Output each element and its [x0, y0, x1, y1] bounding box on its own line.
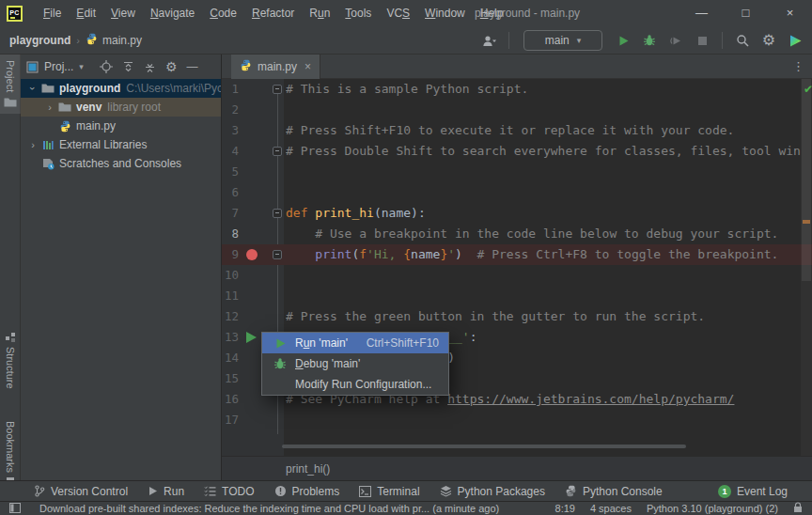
help-url-link[interactable]: https://www.jetbrains.com/help/pycharm/ — [447, 392, 734, 406]
menu-item-modify-run-configuration-[interactable]: Modify Run Configuration... — [262, 374, 448, 395]
run-gutter-icon[interactable] — [246, 332, 257, 343]
tree-item-playground[interactable]: ›playgroundC:\Users\marki\Pych — [21, 79, 221, 98]
structure-icon — [6, 333, 15, 342]
run-configuration-select[interactable]: main▾ — [523, 30, 602, 51]
tree-item-scratches-and-consoles[interactable]: Scratches and Consoles — [21, 154, 221, 173]
stripe-button-structure[interactable]: Structure — [0, 327, 21, 395]
user-button[interactable] — [477, 30, 500, 51]
warning-stripe-mark[interactable] — [803, 220, 810, 224]
chevron-right-icon[interactable]: › — [43, 101, 56, 113]
hide-panel-icon[interactable]: — — [186, 60, 197, 73]
vertical-scrollbar[interactable] — [802, 79, 811, 281]
code-line-1[interactable]: 1# This is a sample Python script. — [222, 79, 812, 100]
collapse-all-icon[interactable] — [144, 61, 156, 73]
tab-close-icon[interactable]: × — [304, 60, 311, 73]
expand-all-icon[interactable] — [122, 61, 134, 73]
main-toolbar: playground › main.py main▾⚙ — [0, 26, 812, 55]
code-text: # Press Double Shift to search everywher… — [286, 141, 801, 162]
menu-window[interactable]: Window — [417, 0, 473, 26]
lock-icon[interactable] — [793, 502, 803, 515]
stop-button[interactable] — [691, 30, 713, 51]
chevron-down-icon[interactable]: › — [27, 82, 39, 95]
gear-icon[interactable]: ⚙ — [165, 60, 178, 73]
menu-tools[interactable]: Tools — [337, 0, 379, 26]
menu-item-debug-main-[interactable]: Debug 'main' — [262, 353, 448, 374]
fold-marker-icon[interactable] — [273, 209, 282, 218]
toolwindow-button-python-console[interactable]: Python Console — [565, 485, 663, 498]
inspections-ok-icon[interactable]: ✔ — [804, 83, 812, 96]
menu-run[interactable]: Run — [302, 0, 337, 26]
code-line-2[interactable]: 2 — [222, 100, 812, 120]
tree-item-main-py[interactable]: main.py — [21, 117, 221, 135]
toolwindow-button-problems[interactable]: Problems — [274, 485, 340, 498]
close-button[interactable]: × — [768, 0, 812, 26]
indent-setting[interactable]: 4 spaces — [590, 503, 632, 514]
code-editor[interactable]: 1# This is a sample Python script.23# Pr… — [222, 79, 812, 456]
code-line-4[interactable]: 4# Press Double Shift to search everywhe… — [222, 141, 812, 162]
tree-item-label: main.py — [76, 119, 116, 133]
menu-navigate[interactable]: Navigate — [143, 0, 202, 26]
python-icon — [59, 120, 71, 133]
learn-icon — [789, 34, 803, 48]
stripe-button-project[interactable]: Project — [0, 55, 21, 114]
breadcrumb-file[interactable]: main.py — [86, 33, 142, 48]
minimize-button[interactable]: — — [679, 0, 724, 26]
code-line-12[interactable]: 12# Press the green button in the gutter… — [222, 306, 812, 327]
code-line-11[interactable]: 11 — [222, 286, 812, 306]
breakpoint-icon[interactable] — [246, 249, 258, 260]
caret-position[interactable]: 8:19 — [555, 503, 575, 514]
menu-code[interactable]: Code — [202, 0, 244, 26]
debug-button[interactable] — [638, 30, 661, 51]
python-interpreter[interactable]: Python 3.10 (playground) (2) — [647, 503, 778, 514]
status-message[interactable]: Download pre-built shared indexes: Reduc… — [39, 503, 540, 514]
fold-marker-icon[interactable] — [273, 85, 282, 94]
tool-window-toggle-icon[interactable] — [9, 503, 21, 515]
tab-main-py[interactable]: main.py × — [231, 55, 320, 79]
coverage-button[interactable] — [664, 30, 687, 51]
toolwindow-button-todo[interactable]: TODO — [204, 485, 254, 498]
toolwindow-button-run[interactable]: Run — [148, 485, 184, 498]
code-line-8[interactable]: 8 # Use a breakpoint in the code line be… — [222, 224, 812, 244]
code-line-3[interactable]: 3# Press Shift+F10 to execute it or repl… — [222, 120, 812, 141]
toolwindow-button-python-packages[interactable]: Python Packages — [440, 485, 545, 498]
code-line-5[interactable]: 5 — [222, 162, 812, 182]
project-view-selector[interactable]: Proj...▾ — [26, 60, 84, 73]
menu-file[interactable]: File — [36, 0, 69, 26]
code-text: def print_hi(name): — [286, 203, 801, 224]
code-line-7[interactable]: 7def print_hi(name): — [222, 203, 812, 224]
toolwindow-label: Python Packages — [458, 485, 545, 498]
panel-icon — [9, 503, 21, 513]
learn-button[interactable] — [784, 30, 806, 51]
settings-button[interactable]: ⚙ — [757, 30, 780, 51]
run-button[interactable] — [612, 30, 634, 51]
menu-view[interactable]: View — [103, 0, 143, 26]
toolwindow-button-event-log[interactable]: 1Event Log — [718, 485, 788, 498]
run-context-menu: Run 'main'Ctrl+Shift+F10Debug 'main'Modi… — [261, 332, 449, 396]
fold-marker-icon[interactable] — [273, 250, 282, 259]
code-line-17[interactable]: 17 — [222, 410, 812, 430]
stripe-label: Project — [5, 60, 16, 92]
breadcrumb-project[interactable]: playground — [9, 34, 70, 47]
project-tree: ›playgroundC:\Users\marki\Pych›venvlibra… — [21, 79, 221, 173]
chevron-right-icon[interactable]: › — [26, 139, 39, 150]
code-line-9[interactable]: 9 print(f'Hi, {name}') # Press Ctrl+F8 t… — [222, 244, 812, 265]
toolwindow-button-version-control[interactable]: Version Control — [34, 485, 128, 498]
menu-edit[interactable]: Edit — [69, 0, 103, 26]
search-button[interactable] — [731, 30, 754, 51]
tree-item-external-libraries[interactable]: ›External Libraries — [21, 135, 221, 154]
code-line-6[interactable]: 6 — [222, 182, 812, 203]
menu-item-run-main-[interactable]: Run 'main'Ctrl+Shift+F10 — [262, 333, 448, 353]
toolwindow-button-terminal[interactable]: Terminal — [359, 485, 419, 498]
menu-vcs[interactable]: VCS — [379, 0, 417, 26]
menu-refactor[interactable]: Refactor — [244, 0, 302, 26]
maximize-button[interactable]: □ — [724, 0, 768, 26]
code-line-10[interactable]: 10 — [222, 265, 812, 286]
breadcrumb-scope[interactable]: print_hi() — [286, 462, 330, 476]
horizontal-scrollbar[interactable] — [282, 445, 686, 448]
fold-marker-icon[interactable] — [273, 147, 282, 156]
error-stripe[interactable]: ✔ — [801, 79, 812, 456]
tree-item-venv[interactable]: ›venvlibrary root — [21, 98, 221, 117]
tab-options-icon[interactable]: ⋮ — [792, 59, 804, 73]
locate-icon[interactable] — [100, 60, 113, 73]
user-icon — [482, 35, 496, 47]
